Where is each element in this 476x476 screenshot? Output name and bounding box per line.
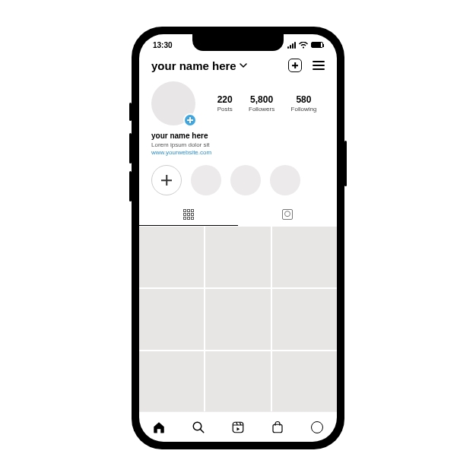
- username-dropdown[interactable]: your name here: [151, 59, 247, 72]
- nav-home[interactable]: [151, 420, 167, 435]
- post-thumbnail[interactable]: [139, 351, 204, 411]
- content-tabs: [139, 203, 337, 226]
- reels-icon: [231, 420, 245, 434]
- shop-icon: [271, 420, 284, 434]
- search-icon: [192, 420, 205, 434]
- highlight-item[interactable]: [230, 165, 261, 195]
- signal-icon: [287, 42, 296, 49]
- avatar-wrap[interactable]: [151, 81, 195, 125]
- post-thumbnail[interactable]: [205, 289, 270, 350]
- post-grid: [139, 226, 337, 411]
- status-icons: [287, 42, 323, 49]
- bio-text: Lorem ipsum dolor sit: [151, 141, 325, 149]
- nav-search[interactable]: [191, 420, 206, 435]
- highlight-item[interactable]: [270, 165, 300, 195]
- status-time: 13:30: [153, 41, 173, 49]
- grid-icon: [183, 209, 194, 220]
- add-story-badge[interactable]: [183, 113, 197, 127]
- bio-section: your name here Lorem ipsum dolor sit www…: [139, 130, 337, 162]
- nav-shop[interactable]: [270, 420, 285, 435]
- svg-rect-6: [273, 424, 282, 433]
- svg-line-1: [200, 429, 204, 433]
- highlight-item[interactable]: [191, 165, 221, 195]
- profile-icon: [311, 421, 323, 433]
- stat-following[interactable]: 580 Following: [291, 94, 317, 112]
- header-actions: [288, 59, 325, 72]
- add-post-button[interactable]: [288, 59, 302, 72]
- svg-rect-2: [233, 422, 243, 433]
- volume-up-button: [129, 133, 132, 163]
- nav-profile[interactable]: [309, 420, 325, 435]
- posts-label: Posts: [217, 106, 233, 113]
- post-thumbnail[interactable]: [205, 227, 270, 287]
- post-thumbnail[interactable]: [139, 227, 204, 287]
- screen: 13:30 your name here: [139, 34, 337, 442]
- post-thumbnail[interactable]: [272, 351, 337, 411]
- username-text: your name here: [151, 59, 236, 72]
- phone-frame: 13:30 your name here: [132, 27, 344, 449]
- nav-reels[interactable]: [230, 420, 246, 435]
- bio-name: your name here: [151, 132, 325, 140]
- profile-row: 220 Posts 5,800 Followers 580 Following: [139, 78, 337, 130]
- wifi-icon: [299, 42, 308, 49]
- bio-link[interactable]: www.yourwebsite.com: [151, 149, 325, 156]
- tab-grid[interactable]: [139, 203, 238, 226]
- bottom-nav: [139, 411, 337, 442]
- tab-tagged[interactable]: [238, 203, 337, 226]
- stat-posts[interactable]: 220 Posts: [217, 94, 233, 112]
- volume-down-button: [129, 171, 132, 202]
- post-thumbnail[interactable]: [272, 227, 337, 287]
- menu-button[interactable]: [313, 61, 325, 69]
- post-thumbnail[interactable]: [272, 289, 337, 350]
- chevron-down-icon: [240, 62, 247, 69]
- post-thumbnail[interactable]: [205, 351, 270, 411]
- tagged-icon: [282, 209, 293, 220]
- following-count: 580: [291, 94, 317, 105]
- app-header: your name here: [139, 56, 337, 78]
- followers-count: 5,800: [249, 94, 274, 105]
- battery-icon: [311, 42, 323, 48]
- home-icon: [152, 420, 166, 434]
- followers-label: Followers: [249, 106, 274, 113]
- stat-followers[interactable]: 5,800 Followers: [249, 94, 274, 112]
- posts-count: 220: [217, 94, 233, 105]
- following-label: Following: [291, 106, 317, 113]
- side-button: [129, 103, 132, 121]
- highlight-add-button[interactable]: [151, 165, 182, 195]
- highlights-row: [139, 162, 337, 203]
- stats: 220 Posts 5,800 Followers 580 Following: [209, 94, 325, 112]
- power-button: [344, 141, 347, 186]
- notch: [192, 34, 284, 51]
- post-thumbnail[interactable]: [139, 289, 204, 350]
